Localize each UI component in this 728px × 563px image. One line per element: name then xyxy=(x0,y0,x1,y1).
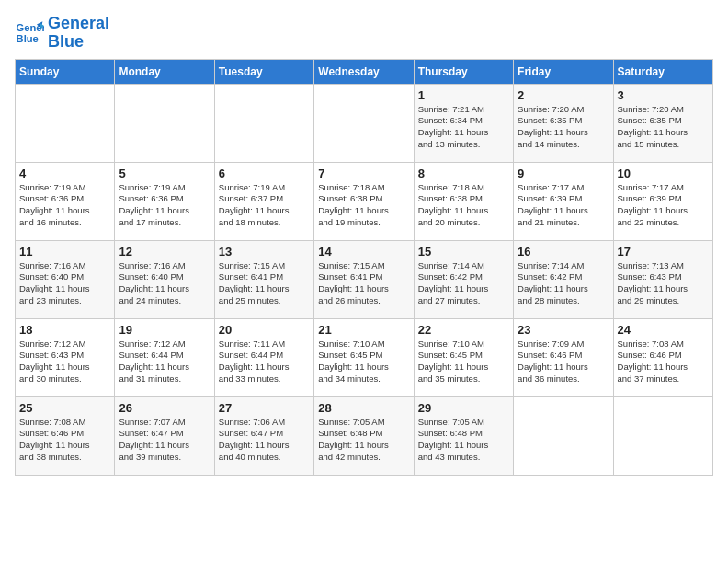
day-info: Sunrise: 7:08 AM Sunset: 6:46 PM Dayligh… xyxy=(618,339,709,385)
logo: General Blue General Blue xyxy=(15,15,109,52)
day-info: Sunrise: 7:11 AM Sunset: 6:44 PM Dayligh… xyxy=(219,339,310,385)
calendar-week-row: 11Sunrise: 7:16 AM Sunset: 6:40 PM Dayli… xyxy=(16,240,713,318)
day-info: Sunrise: 7:12 AM Sunset: 6:44 PM Dayligh… xyxy=(119,339,210,385)
day-info: Sunrise: 7:05 AM Sunset: 6:48 PM Dayligh… xyxy=(418,417,509,464)
day-number: 24 xyxy=(618,323,709,337)
day-number: 11 xyxy=(19,245,110,259)
logo-text-line1: General xyxy=(48,15,109,33)
calendar-cell xyxy=(214,84,313,162)
day-info: Sunrise: 7:16 AM Sunset: 6:40 PM Dayligh… xyxy=(119,260,210,307)
calendar-cell: 8Sunrise: 7:18 AM Sunset: 6:38 PM Daylig… xyxy=(414,162,513,240)
day-info: Sunrise: 7:20 AM Sunset: 6:35 PM Dayligh… xyxy=(618,104,709,151)
day-number: 20 xyxy=(219,323,310,337)
day-number: 4 xyxy=(19,167,110,180)
day-info: Sunrise: 7:07 AM Sunset: 6:47 PM Dayligh… xyxy=(119,417,210,464)
calendar-cell: 27Sunrise: 7:06 AM Sunset: 6:47 PM Dayli… xyxy=(214,396,313,475)
calendar-cell: 26Sunrise: 7:07 AM Sunset: 6:47 PM Dayli… xyxy=(115,396,214,475)
calendar-cell: 17Sunrise: 7:13 AM Sunset: 6:43 PM Dayli… xyxy=(613,240,712,318)
calendar-cell: 19Sunrise: 7:12 AM Sunset: 6:44 PM Dayli… xyxy=(115,318,214,396)
calendar-week-row: 18Sunrise: 7:12 AM Sunset: 6:43 PM Dayli… xyxy=(16,318,713,396)
day-number: 29 xyxy=(418,401,509,415)
day-number: 19 xyxy=(119,323,210,337)
calendar-cell xyxy=(16,84,115,162)
day-info: Sunrise: 7:17 AM Sunset: 6:39 PM Dayligh… xyxy=(618,182,709,229)
day-number: 2 xyxy=(518,88,609,102)
day-number: 12 xyxy=(119,245,210,259)
calendar-week-row: 25Sunrise: 7:08 AM Sunset: 6:46 PM Dayli… xyxy=(16,396,713,475)
calendar-cell: 22Sunrise: 7:10 AM Sunset: 6:45 PM Dayli… xyxy=(414,318,513,396)
calendar-cell xyxy=(613,396,712,475)
day-number: 25 xyxy=(19,401,110,415)
calendar-cell: 24Sunrise: 7:08 AM Sunset: 6:46 PM Dayli… xyxy=(613,318,712,396)
day-number: 18 xyxy=(19,323,110,337)
day-number: 1 xyxy=(418,88,509,102)
calendar-header: SundayMondayTuesdayWednesdayThursdayFrid… xyxy=(16,59,713,84)
calendar-cell: 13Sunrise: 7:15 AM Sunset: 6:41 PM Dayli… xyxy=(214,240,313,318)
calendar-week-row: 4Sunrise: 7:19 AM Sunset: 6:36 PM Daylig… xyxy=(16,162,713,240)
weekday-header: Tuesday xyxy=(214,59,313,84)
calendar-cell: 16Sunrise: 7:14 AM Sunset: 6:42 PM Dayli… xyxy=(514,240,613,318)
day-number: 7 xyxy=(318,167,409,180)
calendar-cell: 6Sunrise: 7:19 AM Sunset: 6:37 PM Daylig… xyxy=(214,162,313,240)
day-info: Sunrise: 7:13 AM Sunset: 6:43 PM Dayligh… xyxy=(618,260,709,307)
calendar-cell: 14Sunrise: 7:15 AM Sunset: 6:41 PM Dayli… xyxy=(314,240,414,318)
weekday-header: Saturday xyxy=(613,59,712,84)
day-number: 15 xyxy=(418,245,509,259)
weekday-header: Monday xyxy=(115,59,214,84)
day-info: Sunrise: 7:15 AM Sunset: 6:41 PM Dayligh… xyxy=(219,260,310,307)
day-info: Sunrise: 7:15 AM Sunset: 6:41 PM Dayligh… xyxy=(318,260,409,307)
day-number: 26 xyxy=(119,401,210,415)
day-info: Sunrise: 7:08 AM Sunset: 6:46 PM Dayligh… xyxy=(19,417,110,464)
calendar-cell xyxy=(115,84,214,162)
day-number: 8 xyxy=(418,167,509,180)
calendar-cell: 7Sunrise: 7:18 AM Sunset: 6:38 PM Daylig… xyxy=(314,162,414,240)
day-number: 16 xyxy=(518,245,609,259)
day-number: 3 xyxy=(618,88,709,102)
day-number: 9 xyxy=(518,167,609,180)
calendar-table: SundayMondayTuesdayWednesdayThursdayFrid… xyxy=(15,59,713,476)
day-info: Sunrise: 7:19 AM Sunset: 6:36 PM Dayligh… xyxy=(19,182,110,229)
day-number: 17 xyxy=(618,245,709,259)
day-number: 6 xyxy=(219,167,310,180)
day-info: Sunrise: 7:06 AM Sunset: 6:47 PM Dayligh… xyxy=(219,417,310,464)
day-info: Sunrise: 7:19 AM Sunset: 6:37 PM Dayligh… xyxy=(219,182,310,229)
calendar-cell: 5Sunrise: 7:19 AM Sunset: 6:36 PM Daylig… xyxy=(115,162,214,240)
calendar-cell: 18Sunrise: 7:12 AM Sunset: 6:43 PM Dayli… xyxy=(16,318,115,396)
calendar-cell: 28Sunrise: 7:05 AM Sunset: 6:48 PM Dayli… xyxy=(314,396,414,475)
calendar-cell: 1Sunrise: 7:21 AM Sunset: 6:34 PM Daylig… xyxy=(414,84,513,162)
calendar-body: 1Sunrise: 7:21 AM Sunset: 6:34 PM Daylig… xyxy=(16,84,713,475)
calendar-cell: 9Sunrise: 7:17 AM Sunset: 6:39 PM Daylig… xyxy=(514,162,613,240)
day-number: 23 xyxy=(518,323,609,337)
weekday-header: Friday xyxy=(514,59,613,84)
day-info: Sunrise: 7:10 AM Sunset: 6:45 PM Dayligh… xyxy=(318,339,409,385)
day-info: Sunrise: 7:21 AM Sunset: 6:34 PM Dayligh… xyxy=(418,104,509,151)
day-info: Sunrise: 7:10 AM Sunset: 6:45 PM Dayligh… xyxy=(418,339,509,385)
page-header: General Blue General Blue xyxy=(15,15,713,52)
day-number: 13 xyxy=(219,245,310,259)
day-info: Sunrise: 7:18 AM Sunset: 6:38 PM Dayligh… xyxy=(418,182,509,229)
day-info: Sunrise: 7:20 AM Sunset: 6:35 PM Dayligh… xyxy=(518,104,609,151)
day-info: Sunrise: 7:14 AM Sunset: 6:42 PM Dayligh… xyxy=(518,260,609,307)
calendar-cell: 2Sunrise: 7:20 AM Sunset: 6:35 PM Daylig… xyxy=(514,84,613,162)
calendar-cell: 11Sunrise: 7:16 AM Sunset: 6:40 PM Dayli… xyxy=(16,240,115,318)
svg-text:Blue: Blue xyxy=(17,32,39,43)
day-number: 22 xyxy=(418,323,509,337)
calendar-cell: 23Sunrise: 7:09 AM Sunset: 6:46 PM Dayli… xyxy=(514,318,613,396)
day-number: 21 xyxy=(318,323,409,337)
day-info: Sunrise: 7:05 AM Sunset: 6:48 PM Dayligh… xyxy=(318,417,409,464)
calendar-cell: 15Sunrise: 7:14 AM Sunset: 6:42 PM Dayli… xyxy=(414,240,513,318)
calendar-cell: 25Sunrise: 7:08 AM Sunset: 6:46 PM Dayli… xyxy=(16,396,115,475)
day-info: Sunrise: 7:14 AM Sunset: 6:42 PM Dayligh… xyxy=(418,260,509,307)
logo-icon: General Blue xyxy=(15,18,44,48)
calendar-cell: 10Sunrise: 7:17 AM Sunset: 6:39 PM Dayli… xyxy=(613,162,712,240)
day-number: 5 xyxy=(119,167,210,180)
day-number: 14 xyxy=(318,245,409,259)
logo-text-line2: Blue xyxy=(48,33,109,52)
calendar-cell: 29Sunrise: 7:05 AM Sunset: 6:48 PM Dayli… xyxy=(414,396,513,475)
calendar-week-row: 1Sunrise: 7:21 AM Sunset: 6:34 PM Daylig… xyxy=(16,84,713,162)
day-info: Sunrise: 7:16 AM Sunset: 6:40 PM Dayligh… xyxy=(19,260,110,307)
calendar-cell: 4Sunrise: 7:19 AM Sunset: 6:36 PM Daylig… xyxy=(16,162,115,240)
day-info: Sunrise: 7:09 AM Sunset: 6:46 PM Dayligh… xyxy=(518,339,609,385)
weekday-header: Wednesday xyxy=(314,59,414,84)
calendar-cell xyxy=(314,84,414,162)
